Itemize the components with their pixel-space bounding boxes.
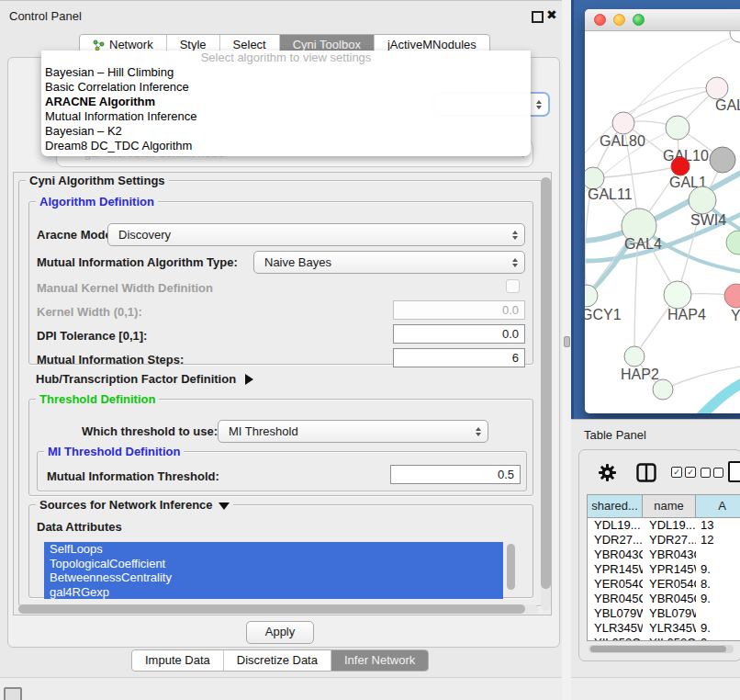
algorithm-option-mutual-information-inference[interactable]: Mutual Information Inference <box>41 109 531 124</box>
table-cell: YBL079W <box>643 606 696 621</box>
divider-handle[interactable] <box>564 336 570 347</box>
network-node-gal80[interactable] <box>612 112 634 134</box>
table-cell: YIL052C <box>588 636 643 640</box>
stepper-icon <box>512 231 518 240</box>
node-label-gal: GAL <box>715 97 740 113</box>
kernel-width-field: 0.0 <box>393 300 525 320</box>
mini-panel-icon[interactable] <box>4 687 22 700</box>
algorithm-definition-group: Algorithm Definition Aracne Mode: Discov… <box>28 201 533 365</box>
zoom-traffic-light-icon[interactable] <box>633 14 645 26</box>
network-canvas[interactable]: GALGAL80GAL10GAL1GAL11SWI4GAL4GCY1HAP4YH… <box>585 31 740 413</box>
node-label-gcy1: GCY1 <box>585 307 622 322</box>
algorithm-option-bayesian-k2[interactable]: Bayesian – K2 <box>41 124 531 139</box>
network-node-gal[interactable] <box>706 77 728 99</box>
mi-type-value: Naive Bayes <box>264 255 331 269</box>
table-cell: YDL19... <box>643 518 696 533</box>
mi-type-label: Mutual Information Algorithm Type: <box>37 255 238 269</box>
close-traffic-light-icon[interactable] <box>594 14 606 26</box>
table-cell: YPR145W <box>588 562 643 577</box>
node-label-swi4: SWI4 <box>690 212 726 228</box>
aracne-mode-combo[interactable]: Discovery <box>107 223 525 246</box>
algorithm-option-aracne-algorithm[interactable]: ARACNE Algorithm <box>41 95 531 109</box>
mi-threshold-field[interactable]: 0.5 <box>390 465 521 484</box>
table-row[interactable]: YDL19...YDL19...13 <box>588 518 740 533</box>
table-cell: YIL052C <box>643 636 696 640</box>
group-title: Sources for Network Inference <box>36 498 233 512</box>
algorithm-option-bayesian-hill-climbing[interactable]: Bayesian – Hill Climbing <box>41 65 531 80</box>
algorithm-option-dream8-dc-tdc-algorithm[interactable]: Dream8 DC_TDC Algorithm <box>41 139 531 153</box>
which-threshold-combo[interactable]: MI Threshold <box>218 420 488 443</box>
node-label-gal80: GAL80 <box>600 133 645 149</box>
network-node[interactable] <box>730 31 740 42</box>
table-cell: YDL19... <box>588 518 643 533</box>
close-icon[interactable]: ✖ <box>546 7 557 22</box>
split-pane-divider[interactable] <box>562 0 571 700</box>
table-row[interactable]: YER054CYER054C8. <box>588 577 740 592</box>
table-row[interactable]: YBL079WYBL079W <box>588 606 740 621</box>
attribute-topologicalcoefficient[interactable]: TopologicalCoefficient <box>44 557 503 571</box>
table-cell: YBR045C <box>588 592 643 606</box>
gear-icon[interactable] <box>598 463 617 482</box>
table-header-row: shared...nameA <box>588 495 740 518</box>
stepper-icon <box>536 100 542 109</box>
tab-discretize-data[interactable]: Discretize Data <box>223 650 331 671</box>
network-node-hap2[interactable] <box>624 346 645 367</box>
attribute-selfloops[interactable]: SelfLoops <box>44 542 503 557</box>
column-header-name[interactable]: name <box>643 495 696 517</box>
table-cell <box>696 606 740 621</box>
table-panel-header: Table Panel <box>571 419 740 449</box>
node-label-y: Y <box>731 308 740 323</box>
column-header-a[interactable]: A <box>696 495 740 517</box>
deselect-all-columns-icon[interactable] <box>701 468 723 478</box>
dpi-tolerance-field[interactable]: 0.0 <box>393 324 525 344</box>
attribute-betweennesscentrality[interactable]: BetweennessCentrality <box>44 570 503 585</box>
apply-button[interactable]: Apply <box>246 621 314 644</box>
tab-impute-data[interactable]: Impute Data <box>132 650 223 671</box>
table-cell: 9. <box>696 562 740 577</box>
hub-definition-label: Hub/Transcription Factor Definition <box>36 372 236 386</box>
table-row[interactable]: YBR045CYBR045C9. <box>588 592 740 606</box>
network-node-swi4[interactable] <box>689 186 716 214</box>
group-title: Threshold Definition <box>36 392 159 406</box>
manual-kernel-checkbox[interactable] <box>506 279 520 293</box>
algorithm-option-list: Bayesian – Hill ClimbingBasic Correlatio… <box>41 65 531 153</box>
network-node[interactable] <box>653 379 673 400</box>
attribute-list-scrollbar[interactable] <box>507 544 515 597</box>
attribute-gal4rgexp[interactable]: gal4RGexp <box>44 585 503 600</box>
network-node-hap4[interactable] <box>664 281 691 309</box>
column-header-shared[interactable]: shared... <box>588 495 643 517</box>
table-cell: 8. <box>696 577 740 592</box>
network-node-y[interactable] <box>724 284 740 308</box>
table-row[interactable]: YBR043CYBR043C <box>588 548 740 562</box>
checked-box-icon: ✓ <box>671 467 682 478</box>
tab-infer-network[interactable]: Infer Network <box>331 650 428 671</box>
minimize-traffic-light-icon[interactable] <box>613 14 625 26</box>
network-node-gal1[interactable] <box>671 157 690 175</box>
hub-definition-disclosure[interactable]: Hub/Transcription Factor Definition <box>36 372 253 386</box>
table-row[interactable]: YDR27...YDR27...12 <box>588 533 740 548</box>
which-threshold-label: Which threshold to use: <box>82 424 218 438</box>
group-title: Cyni Algorithm Settings <box>26 174 169 187</box>
network-node[interactable] <box>726 231 740 254</box>
disclosure-down-icon[interactable] <box>219 502 230 510</box>
mi-type-combo[interactable]: Naive Bayes <box>253 251 525 274</box>
table-row[interactable]: YLR345WYLR345W9. <box>588 621 740 636</box>
algorithm-option-basic-correlation-inference[interactable]: Basic Correlation Inference <box>41 80 531 95</box>
settings-horizontal-scrollbar[interactable] <box>18 604 538 614</box>
settings-vertical-scrollbar[interactable] <box>541 177 551 611</box>
select-all-columns-icon[interactable]: ✓ ✓ <box>671 467 696 478</box>
table-row[interactable]: YPR145WYPR145W9. <box>588 562 740 577</box>
table-horizontal-scrollbar[interactable] <box>589 645 734 653</box>
stepper-icon <box>476 427 481 436</box>
aracne-mode-value: Discovery <box>118 228 171 242</box>
algorithm-placeholder: Select algorithm to view settings <box>41 51 531 65</box>
table-row[interactable]: YIL052CYIL052C0. <box>588 636 740 640</box>
float-window-icon[interactable] <box>532 11 544 23</box>
network-window-titlebar[interactable] <box>585 9 740 31</box>
network-node-gal10[interactable] <box>666 116 690 140</box>
column-layout-icon[interactable] <box>636 463 656 482</box>
network-node[interactable] <box>710 147 735 173</box>
function-builder-icon[interactable] <box>728 461 740 482</box>
mi-steps-field[interactable]: 6 <box>393 348 525 367</box>
manual-kernel-label: Manual Kernel Width Definition <box>37 281 213 295</box>
